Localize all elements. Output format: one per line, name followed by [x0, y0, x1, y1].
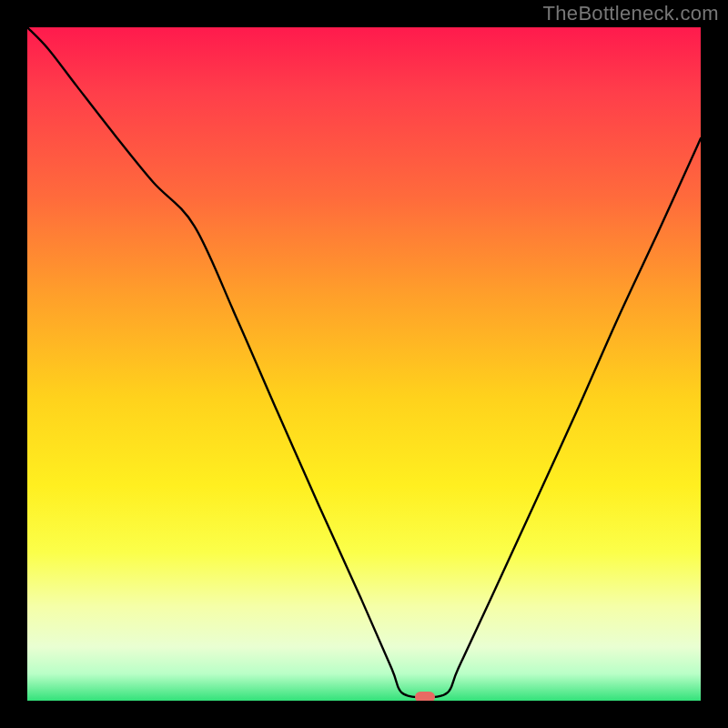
curve-path: [27, 27, 701, 697]
plot-area: [27, 27, 701, 701]
bottleneck-curve: [27, 27, 701, 701]
chart-stage: TheBottleneck.com: [0, 0, 728, 728]
watermark-text: TheBottleneck.com: [543, 2, 719, 25]
optimum-marker: [415, 692, 435, 701]
